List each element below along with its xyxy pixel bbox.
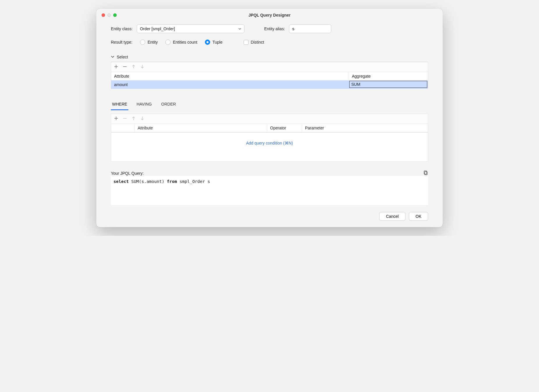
- move-down-button: [140, 65, 144, 70]
- where-empty-body: Add query condition (⌘N): [111, 133, 428, 162]
- gutter-header: [111, 124, 134, 132]
- clause-tabs: WHERE HAVING ORDER: [111, 100, 428, 110]
- ok-button[interactable]: OK: [409, 212, 428, 221]
- attribute-header: Attribute: [111, 72, 349, 80]
- radio-label: Entity: [148, 40, 158, 44]
- move-up-button: [132, 116, 136, 121]
- add-condition-button[interactable]: [114, 116, 118, 121]
- checkbox-icon: [244, 40, 249, 45]
- radio-label: Entities count: [173, 40, 197, 44]
- move-up-button: [132, 65, 136, 70]
- remove-condition-button: [123, 116, 127, 121]
- zoom-window-button[interactable]: [113, 13, 117, 17]
- copy-query-button[interactable]: [423, 170, 428, 176]
- parameter-header: Parameter: [302, 124, 428, 132]
- entity-alias-input[interactable]: [289, 24, 331, 33]
- keyword: select: [114, 179, 129, 184]
- radio-icon: [165, 40, 171, 45]
- aggregate-cell[interactable]: SUM: [349, 81, 427, 88]
- select-toolbar: [111, 62, 428, 72]
- close-window-button[interactable]: [102, 13, 105, 17]
- tab-where[interactable]: WHERE: [111, 100, 128, 110]
- select-section-title: Select: [117, 55, 128, 59]
- remove-row-button[interactable]: [123, 65, 127, 70]
- where-toolbar: [111, 114, 428, 124]
- result-type-entity[interactable]: Entity: [140, 40, 158, 45]
- query-preview[interactable]: select SUM(s.amount) from smpl_Order s: [111, 176, 428, 205]
- entity-class-label: Entity class:: [111, 26, 133, 31]
- attribute-cell[interactable]: amount: [111, 81, 349, 89]
- add-row-button[interactable]: [114, 65, 118, 70]
- dialog-window: JPQL Query Designer Entity class: Order …: [96, 9, 443, 227]
- tab-order[interactable]: ORDER: [160, 100, 177, 110]
- table-header-row: Attribute Aggregate: [111, 72, 428, 81]
- tab-having[interactable]: HAVING: [135, 100, 153, 110]
- entity-class-value: Order [smpl_Order]: [140, 26, 175, 31]
- checkbox-label: Distinct: [251, 40, 264, 44]
- window-controls: [102, 13, 117, 17]
- chevron-down-icon: [238, 26, 241, 31]
- radio-label: Tuple: [212, 40, 223, 44]
- distinct-checkbox[interactable]: Distinct: [244, 40, 264, 45]
- select-table: Attribute Aggregate amount SUM: [111, 72, 428, 89]
- query-text: SUM(s.amount): [129, 179, 167, 184]
- result-type-label: Result type:: [111, 40, 132, 44]
- minimize-window-button[interactable]: [107, 13, 111, 17]
- entity-class-combobox[interactable]: Order [smpl_Order]: [137, 24, 244, 33]
- keyword: from: [167, 179, 177, 184]
- radio-icon: [205, 40, 210, 45]
- radio-icon: [140, 40, 145, 45]
- cancel-button[interactable]: Cancel: [379, 212, 405, 221]
- where-table: Attribute Operator Parameter: [111, 124, 428, 133]
- window-title: JPQL Query Designer: [96, 13, 443, 17]
- titlebar: JPQL Query Designer: [96, 9, 443, 22]
- operator-header: Operator: [267, 124, 302, 132]
- add-query-condition-link[interactable]: Add query condition (⌘N): [246, 141, 293, 145]
- result-type-entities-count[interactable]: Entities count: [165, 40, 197, 45]
- table-row[interactable]: amount SUM: [111, 81, 428, 89]
- chevron-down-icon: [111, 55, 114, 59]
- query-preview-label: Your JPQL Query:: [111, 171, 144, 176]
- query-text: smpl_Order s: [177, 179, 210, 184]
- entity-alias-label: Entity alias:: [264, 26, 285, 31]
- result-type-tuple[interactable]: Tuple: [205, 40, 223, 45]
- attribute-header: Attribute: [134, 124, 267, 132]
- select-section-header[interactable]: Select: [111, 55, 428, 60]
- move-down-button: [140, 116, 144, 121]
- aggregate-header: Aggregate: [349, 72, 428, 80]
- table-header-row: Attribute Operator Parameter: [111, 124, 428, 132]
